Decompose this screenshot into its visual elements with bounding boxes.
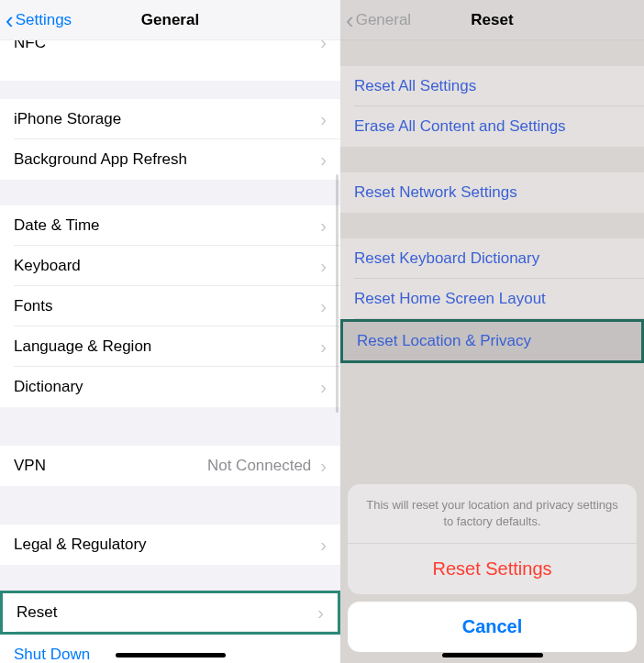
row-label: Fonts	[14, 297, 53, 315]
action-sheet-message: This will reset your location and privac…	[348, 484, 637, 544]
section-gap	[0, 486, 340, 525]
section-gap	[340, 147, 644, 172]
row-reset-keyboard-dictionary[interactable]: Reset Keyboard Dictionary	[340, 238, 644, 279]
row-reset-network[interactable]: Reset Network Settings	[340, 172, 644, 213]
section-gap	[340, 213, 644, 238]
back-button-settings[interactable]: ‹ Settings	[6, 0, 72, 40]
back-label: General	[356, 11, 411, 29]
row-language-region[interactable]: Language & Region ›	[0, 326, 340, 367]
pane-general: ‹ Settings General NFC › iPhone Storage …	[0, 0, 340, 663]
general-list: NFC › iPhone Storage › Background App Re…	[0, 40, 340, 663]
row-label: Background App Refresh	[14, 150, 187, 169]
row-label: Reset Keyboard Dictionary	[354, 249, 539, 268]
row-background-app-refresh[interactable]: Background App Refresh ›	[0, 139, 340, 180]
row-label: Shut Down	[14, 646, 90, 663]
row-dictionary[interactable]: Dictionary ›	[0, 367, 340, 407]
section-gap	[0, 81, 340, 99]
row-fonts[interactable]: Fonts ›	[0, 286, 340, 326]
row-label: Legal & Regulatory	[14, 536, 147, 554]
scrollbar[interactable]	[336, 174, 339, 413]
row-reset-home-screen[interactable]: Reset Home Screen Layout	[340, 279, 644, 319]
back-button-general[interactable]: ‹ General	[346, 0, 411, 40]
section-gap	[0, 180, 340, 205]
cancel-button[interactable]: Cancel	[348, 602, 637, 652]
row-label: Keyboard	[14, 257, 81, 275]
page-title-general: General	[141, 11, 199, 29]
row-label: Language & Region	[14, 337, 151, 356]
pane-reset: ‹ General Reset Reset All Settings Erase…	[340, 0, 644, 663]
row-label: Reset Home Screen Layout	[354, 290, 546, 308]
row-label: Reset	[17, 603, 57, 622]
row-shut-down[interactable]: Shut Down	[0, 635, 340, 663]
row-erase-all-content[interactable]: Erase All Content and Settings	[340, 106, 644, 147]
row-legal-regulatory[interactable]: Legal & Regulatory ›	[0, 525, 340, 565]
row-date-time[interactable]: Date & Time ›	[0, 205, 340, 246]
vpn-status: Not Connected	[207, 457, 311, 475]
action-sheet-card: This will reset your location and privac…	[348, 484, 637, 594]
section-gap	[340, 40, 644, 66]
home-indicator[interactable]	[116, 653, 226, 657]
row-vpn[interactable]: VPN Not Connected ›	[0, 446, 340, 486]
row-label: Reset Location & Privacy	[357, 332, 531, 350]
row-reset-location-privacy[interactable]: Reset Location & Privacy	[340, 319, 644, 363]
home-indicator[interactable]	[442, 653, 543, 657]
row-label: iPhone Storage	[14, 110, 121, 128]
row-label: VPN	[14, 457, 46, 475]
row-reset-all-settings[interactable]: Reset All Settings	[340, 66, 644, 106]
row-keyboard[interactable]: Keyboard ›	[0, 246, 340, 286]
section-gap	[0, 407, 340, 446]
row-iphone-storage[interactable]: iPhone Storage ›	[0, 99, 340, 139]
reset-settings-button[interactable]: Reset Settings	[348, 544, 637, 594]
row-label: Reset Network Settings	[354, 183, 517, 202]
navbar-reset: ‹ General Reset	[340, 0, 644, 40]
back-label: Settings	[16, 11, 72, 29]
row-label: Date & Time	[14, 216, 100, 235]
row-reset[interactable]: Reset ›	[0, 591, 340, 635]
action-sheet-cancel-card: Cancel	[348, 602, 637, 652]
page-title-reset: Reset	[471, 11, 513, 29]
row-label: Dictionary	[14, 378, 83, 396]
row-label: Erase All Content and Settings	[354, 117, 566, 136]
row-nfc[interactable]: NFC ›	[0, 40, 340, 81]
section-gap	[0, 565, 340, 591]
row-label: Reset All Settings	[354, 77, 476, 95]
navbar-general: ‹ Settings General	[0, 0, 340, 40]
row-label: NFC	[14, 40, 46, 50]
action-sheet: This will reset your location and privac…	[340, 484, 644, 663]
